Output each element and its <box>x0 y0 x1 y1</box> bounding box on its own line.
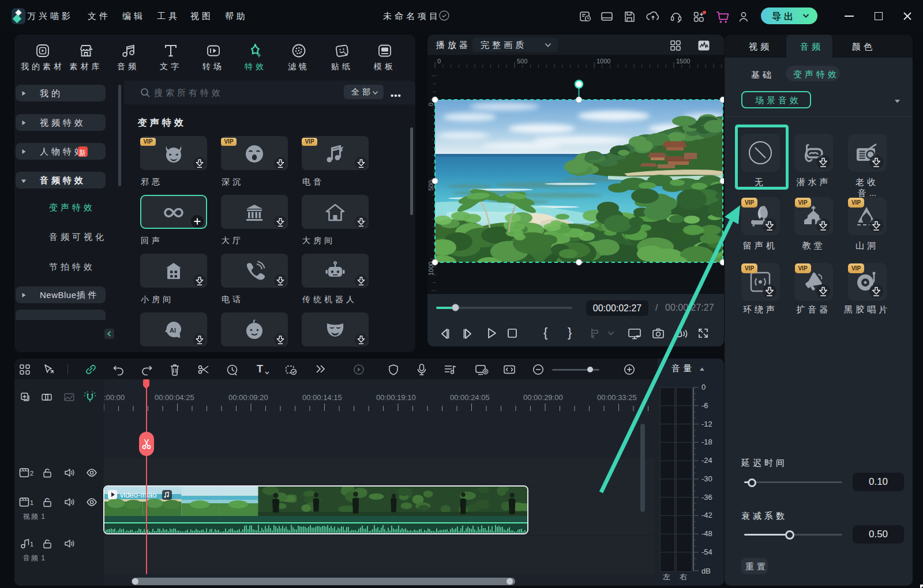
svg-text:video-miao: video-miao <box>120 491 157 499</box>
svg-text:500: 500 <box>517 58 527 65</box>
svg-text:2: 2 <box>30 470 33 477</box>
svg-text:1: 1 <box>30 499 33 506</box>
svg-text:1000: 1000 <box>596 58 610 65</box>
svg-text:AI: AI <box>170 327 176 334</box>
svg-text:0: 0 <box>437 58 441 65</box>
svg-text:1: 1 <box>30 541 33 548</box>
svg-text:1500: 1500 <box>676 58 690 65</box>
